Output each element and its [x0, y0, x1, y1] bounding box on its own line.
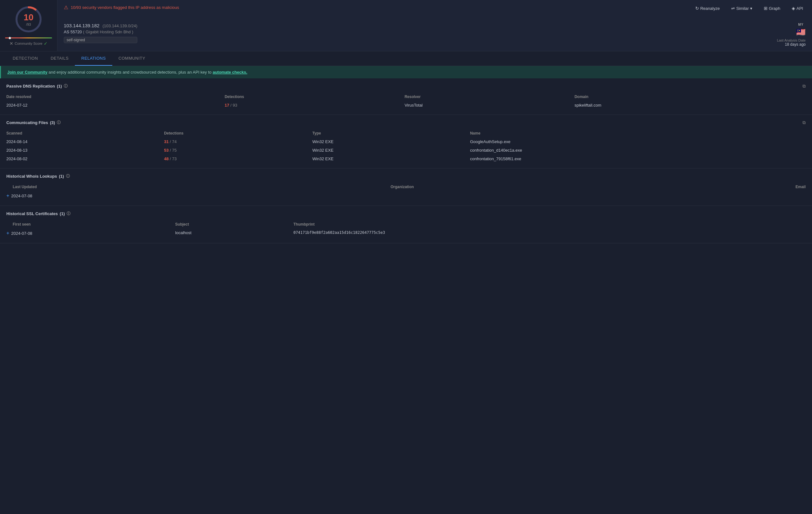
cf-row1-det-red: 53 [164, 148, 168, 152]
graph-button[interactable]: ⊞ Graph [761, 4, 783, 12]
passive-dns-header: Passive DNS Replication (1) ⓘ ⧉ [6, 83, 806, 89]
table-row: + 2024-07-08 localhost 074171bf9e88f2a60… [6, 228, 806, 238]
self-signed-tag: self-signed [64, 37, 137, 43]
automate-checks-link[interactable]: automate checks. [212, 70, 247, 75]
asn-row: AS 55720 ( Gigabit Hosting Sdn Bhd ) [64, 29, 137, 34]
table-row: 2024-08-13 53 / 75 Win32 EXE confrontati… [6, 146, 806, 154]
cf-col-detections: Detections [164, 129, 313, 137]
passive-dns-col-domain: Domain [574, 93, 806, 101]
tab-community[interactable]: COMMUNITY [112, 51, 152, 66]
passive-dns-col-resolver: Resolver [404, 93, 574, 101]
communicating-files-count: (3) [50, 120, 55, 125]
historical-whois-header: Historical Whois Lookups (1) ⓘ [6, 174, 806, 179]
historical-whois-title-text: Historical Whois Lookups [6, 174, 57, 179]
historical-whois-title: Historical Whois Lookups (1) ⓘ [6, 174, 70, 179]
cf-row1-scanned: 2024-08-13 [6, 146, 164, 154]
communicating-files-info-icon[interactable]: ⓘ [57, 120, 61, 125]
score-total: /93 [24, 23, 33, 26]
communicating-files-title-text: Communicating Files [6, 120, 48, 125]
communicating-files-title: Communicating Files (3) ⓘ [6, 120, 61, 125]
hw-col-last-updated: Last Updated [6, 183, 390, 191]
ssl-row0-subject: localhost [175, 228, 293, 238]
historical-ssl-info-icon[interactable]: ⓘ [67, 211, 70, 217]
cf-row0-det-red: 31 [164, 139, 168, 144]
ip-address: 103.144.139.182 [64, 23, 99, 28]
chevron-down-icon: ▾ [750, 6, 752, 11]
pdns-detections-total: / 93 [230, 103, 237, 108]
alert-text: 10/93 security vendors flagged this IP a… [71, 5, 179, 10]
passive-dns-title: Passive DNS Replication (1) ⓘ [6, 83, 67, 89]
nav-tabs: DETECTION DETAILS RELATIONS COMMUNITY [0, 51, 812, 66]
passive-dns-col-detections: Detections [225, 93, 404, 101]
historical-ssl-table: First seen Subject Thumbprint + 2024-07-… [6, 220, 806, 238]
pdns-resolver: VirusTotal [404, 101, 574, 110]
historical-ssl-title-text: Historical SSL Certificates [6, 211, 58, 216]
graph-icon: ⊞ [764, 6, 767, 11]
cf-col-name: Name [470, 129, 806, 137]
passive-dns-section: Passive DNS Replication (1) ⓘ ⧉ Date res… [0, 78, 812, 115]
api-label: API [796, 6, 803, 11]
expand-icon[interactable]: + [6, 193, 9, 199]
communicating-files-copy-icon[interactable]: ⧉ [803, 120, 806, 125]
ssl-col-thumbprint: Thumbprint [293, 220, 806, 228]
passive-dns-info-icon[interactable]: ⓘ [64, 83, 67, 89]
cf-row0-scanned: 2024-08-14 [6, 137, 164, 146]
cf-row2-det-total: / 73 [170, 156, 177, 161]
banner-text: and enjoy additional community insights … [47, 70, 212, 75]
pdns-date: 2024-07-12 [6, 101, 225, 110]
passive-dns-title-text: Passive DNS Replication [6, 84, 55, 88]
table-row: 2024-08-14 31 / 74 Win32 EXE GoogleAuthS… [6, 137, 806, 146]
expand-icon[interactable]: + [6, 230, 9, 236]
cf-row1-detections: 53 / 75 [164, 146, 313, 154]
passive-dns-copy-icon[interactable]: ⧉ [803, 83, 806, 89]
ip-address-row: 103.144.139.182 (103.144.139.0/24) [64, 23, 137, 28]
country-code: MY [799, 23, 804, 26]
hw-row0-lastupdated: + 2024-07-08 [6, 191, 390, 201]
reanalyze-icon: ↻ [695, 6, 699, 11]
cf-row1-det-total: / 75 [170, 148, 177, 152]
tab-relations[interactable]: RELATIONS [75, 51, 112, 66]
ssl-col-first-seen: First seen [6, 220, 175, 228]
reanalyze-button[interactable]: ↻ Reanalyze [693, 4, 722, 12]
api-button[interactable]: ◈ API [789, 4, 806, 12]
cf-row2-scanned: 2024-08-02 [6, 154, 164, 163]
ssl-row0-firstseen: + 2024-07-08 [6, 228, 175, 238]
passive-dns-col-date: Date resolved [6, 93, 225, 101]
similar-button[interactable]: ⇌ Similar ▾ [729, 4, 755, 12]
ip-info: 103.144.139.182 (103.144.139.0/24) AS 55… [64, 23, 137, 43]
tab-details[interactable]: DETAILS [45, 51, 75, 66]
cf-row1-name: confrontation_d140ec1a.exe [470, 146, 806, 154]
asn-number: AS 55720 [64, 29, 82, 34]
ssl-col-subject: Subject [175, 220, 293, 228]
api-icon: ◈ [792, 6, 795, 11]
ip-cidr: (103.144.139.0/24) [103, 24, 137, 28]
passive-dns-count: (1) [57, 84, 62, 88]
communicating-files-table: Scanned Detections Type Name 2024-08-14 … [6, 129, 806, 163]
table-row: + 2024-07-08 [6, 191, 806, 201]
historical-whois-info-icon[interactable]: ⓘ [66, 174, 70, 179]
join-community-link[interactable]: Join our Community [7, 70, 47, 75]
right-info: MY 🇲🇾 Last Analysis Date 18 days ago [777, 23, 806, 47]
pdns-detections-red: 17 [225, 103, 229, 108]
graph-label: Graph [769, 6, 780, 11]
hw-row0-org [390, 191, 700, 201]
country-flag: 🇲🇾 [796, 28, 806, 36]
cf-col-type: Type [313, 129, 470, 137]
cf-row0-detections: 31 / 74 [164, 137, 313, 146]
historical-ssl-section: Historical SSL Certificates (1) ⓘ First … [0, 206, 812, 244]
last-analysis-date: 18 days ago [777, 42, 806, 47]
info-panel: ⚠ 10/93 security vendors flagged this IP… [57, 0, 812, 51]
alert-icon: ⚠ [64, 4, 68, 10]
tab-detection[interactable]: DETECTION [6, 51, 45, 66]
hw-col-organization: Organization [390, 183, 700, 191]
cf-col-scanned: Scanned [6, 129, 164, 137]
similar-label: Similar [736, 6, 749, 11]
historical-ssl-header: Historical SSL Certificates (1) ⓘ [6, 211, 806, 217]
last-analysis-label: Last Analysis Date [777, 38, 806, 42]
cf-row2-type: Win32 EXE [313, 154, 470, 163]
reanalyze-label: Reanalyze [700, 6, 720, 11]
score-panel: 10 /93 ✕ Community Score ✓ [0, 0, 57, 51]
hw-col-email: Email [700, 183, 806, 191]
cf-row2-name: confrontation_79158f61.exe [470, 154, 806, 163]
historical-whois-table: Last Updated Organization Email + 2024-0… [6, 183, 806, 201]
